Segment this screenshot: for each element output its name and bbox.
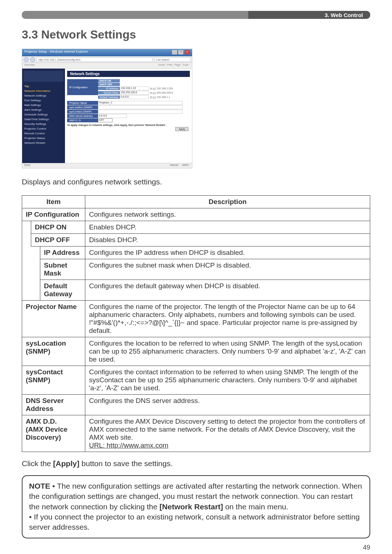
close-icon[interactable]: × xyxy=(185,50,190,54)
table-row: DHCP ON Enables DHCP. xyxy=(22,221,370,234)
desc-dhcp-off: Disables DHCP. xyxy=(85,234,370,247)
config-syslocation-label: sysLocation (SNMP) xyxy=(67,105,98,109)
apply-note: To apply changes to network settings, cl… xyxy=(67,124,190,126)
desc-ip-address: Configures the IP address when DHCP is d… xyxy=(85,247,370,259)
spacer xyxy=(31,247,40,301)
config-ip-configuration-label: IP Configuration xyxy=(67,79,98,95)
address-bar[interactable]: http://192.168.1.10/admin/config.html xyxy=(37,57,153,62)
config-dhcp-off[interactable]: DHCP OFF xyxy=(98,83,120,86)
config-amx-select[interactable]: OFF xyxy=(98,118,113,122)
config-ip-label: IP Address xyxy=(98,87,120,90)
settings-table: Item Description IP Configuration Config… xyxy=(22,195,370,452)
browser-toolbar: Favorites Home · Print · Page · Tools · xyxy=(22,63,192,69)
status-right: 100% · xyxy=(182,164,190,166)
desc-dhcp-on: Enables DHCP. xyxy=(85,221,370,234)
item-dns-server: DNS Server Address xyxy=(22,395,85,415)
table-row: IP Address Configures the IP address whe… xyxy=(22,247,370,259)
search-box[interactable]: Live Search xyxy=(154,57,191,62)
sidebar-item-network-restart[interactable]: Network Restart xyxy=(22,140,65,145)
sidebar-item-mail-settings[interactable]: Mail Settings xyxy=(22,103,65,107)
browser-nav: http://192.168.1.10/admin/config.html Li… xyxy=(22,56,192,63)
window-titlebar: Projector Setup - Windows Internet Explo… xyxy=(22,49,192,56)
table-row: Subnet Mask Configures the subnet mask w… xyxy=(22,259,370,280)
sidebar-item-datetime-settings[interactable]: Date/Time Settings xyxy=(22,117,65,122)
config-gateway-label: Default Gateway xyxy=(98,95,120,99)
config-dhcp-on[interactable]: DHCP ON xyxy=(98,79,120,82)
window-title: Projector Setup - Windows Internet Explo… xyxy=(24,50,88,56)
config-subnet-label: Subnet Mask xyxy=(98,91,120,94)
click-note: Click the [Apply] button to save the set… xyxy=(22,459,370,468)
sidebar-item-schedule-settings[interactable]: Schedule Settings xyxy=(22,112,65,117)
toolbar-left[interactable]: Favorites xyxy=(24,64,35,68)
table-row: DNS Server Address Configures the DNS se… xyxy=(22,395,370,415)
header-item: Item xyxy=(22,196,85,208)
spacer xyxy=(22,221,31,301)
desc-syslocation: Configures the location to be referred t… xyxy=(85,337,370,366)
sidebar-item-network-settings[interactable]: Network Settings xyxy=(22,93,65,98)
sidebar-item-remote-control[interactable]: Remote Control xyxy=(22,131,65,136)
config-amx-label: AMX D. D. xyxy=(67,118,98,122)
sidebar-section-top: Top : xyxy=(22,84,65,89)
desc-projector-name: Configures the name of the projector. Th… xyxy=(85,301,370,337)
config-subnet-input[interactable]: 255.255.255.0 xyxy=(120,91,149,95)
desc-default-gateway: Configures the default gateway when DHCP… xyxy=(85,280,370,301)
apply-bold: [Apply] xyxy=(53,459,79,468)
amx-url[interactable]: URL: http://www.amx.com xyxy=(89,441,168,449)
sidebar-item-projector-control[interactable]: Projector Control xyxy=(22,126,65,131)
config-subnet-range: [e.g.] 255.255.255.0 xyxy=(149,91,173,94)
status-left: Done xyxy=(24,164,30,168)
config-ip-input[interactable]: 192.168.1.10 xyxy=(120,86,149,90)
config-dns-input[interactable]: 0.0.0.0 xyxy=(98,114,127,118)
header-description: Description xyxy=(85,196,370,208)
window-controls: _ □ × xyxy=(172,50,190,56)
browser-status: Done Internet 100% · xyxy=(22,163,192,168)
status-mid: Internet xyxy=(170,164,179,166)
forward-icon[interactable] xyxy=(30,57,35,62)
content-title: Network Settings xyxy=(67,71,190,77)
config-dns-label: DNS Server Address xyxy=(67,114,98,118)
config-projector-name-label: Projector Name xyxy=(67,101,98,105)
embedded-screenshot: Projector Setup - Windows Internet Explo… xyxy=(22,49,192,168)
sidebar: Top : Network Information Network Settin… xyxy=(22,69,65,163)
desc-ip-configuration: Configures network settings. xyxy=(85,208,370,221)
sidebar-item-security-settings[interactable]: Security Settings xyxy=(22,122,65,126)
item-ip-configuration: IP Configuration xyxy=(22,208,85,221)
item-dhcp-on: DHCP ON xyxy=(31,221,85,234)
item-default-gateway: Default Gateway xyxy=(40,280,85,301)
table-row: sysLocation (SNMP) Configures the locati… xyxy=(22,337,370,366)
table-row: Projector Name Configures the name of th… xyxy=(22,301,370,337)
desc-syscontact: Configures the contact information to be… xyxy=(85,366,370,395)
header-bar: 3. Web Control xyxy=(22,11,370,19)
sidebar-item-network-info[interactable]: Network Information xyxy=(22,89,65,93)
config-syslocation-input[interactable] xyxy=(98,105,183,109)
intro-text: Displays and configures network settings… xyxy=(22,178,370,186)
maximize-icon[interactable]: □ xyxy=(178,50,183,54)
content-pane: Network Settings IP Configuration DHCP O… xyxy=(65,69,192,163)
item-ip-address: IP Address xyxy=(40,247,85,259)
sidebar-item-port-settings[interactable]: Port Settings xyxy=(22,98,65,103)
config-projector-name-input[interactable]: Projector_1 xyxy=(98,101,183,105)
back-icon[interactable] xyxy=(24,57,29,62)
table-row: AMX D.D. (AMX Device Discovery) Configur… xyxy=(22,415,370,452)
item-amx-dd: AMX D.D. (AMX Device Discovery) xyxy=(22,415,85,452)
table-row: Default Gateway Configures the default g… xyxy=(22,280,370,301)
sidebar-item-alert-settings[interactable]: Alert Settings xyxy=(22,107,65,112)
item-subnet-mask: Subnet Mask xyxy=(40,259,85,280)
desc-dns-server: Configures the DNS server address. xyxy=(85,395,370,415)
minimize-icon[interactable]: _ xyxy=(172,50,177,54)
table-row: DHCP OFF Disables DHCP. xyxy=(22,234,370,247)
desc-subnet-mask: Configures the subnet mask when DHCP is … xyxy=(85,259,370,280)
config-gateway-range: [e.g.] 192.168.1.1 xyxy=(149,96,170,98)
config-syscontact-label: sysContact (SNMP) xyxy=(67,110,98,114)
config-syscontact-input[interactable] xyxy=(98,110,183,114)
sidebar-item-projector-status[interactable]: Projector Status xyxy=(22,136,65,140)
table-row: IP Configuration Configures network sett… xyxy=(22,208,370,221)
page-title: 3.3 Network Settings xyxy=(22,28,370,41)
note-box: NOTE • The new configuration settings ar… xyxy=(22,475,370,538)
item-syscontact: sysContact (SNMP) xyxy=(22,366,85,395)
header-bar-text: 3. Web Control xyxy=(324,12,363,18)
toolbar-right[interactable]: Home · Print · Page · Tools · xyxy=(158,64,190,68)
config-gateway-input[interactable]: 0.0.0.0 xyxy=(120,95,149,99)
apply-button[interactable]: Apply xyxy=(175,127,188,131)
config-ip-range: [e.g.] 192.168.1.254 xyxy=(149,87,173,90)
